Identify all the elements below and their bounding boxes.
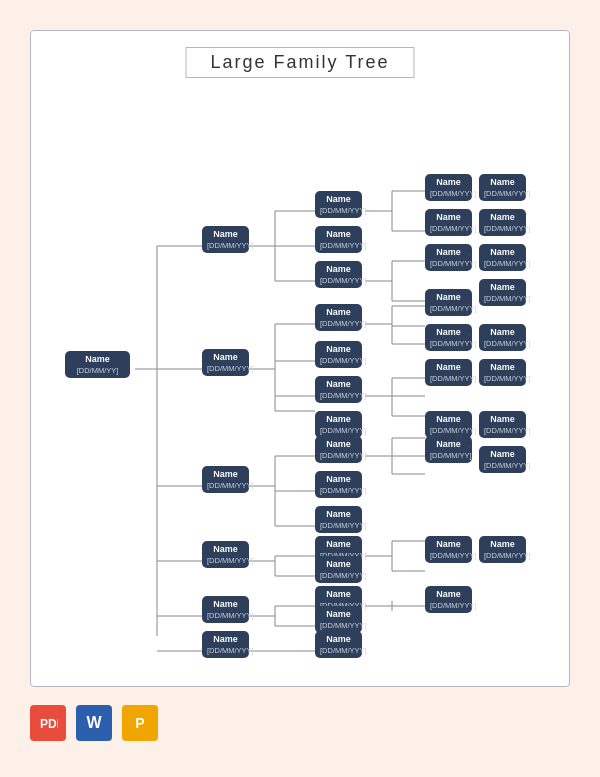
node-l3-16: Name [DD/MM/YYY] <box>479 446 526 473</box>
node-l3-19: Name [DD/MM/YYY] <box>425 586 472 613</box>
node-l3-9: Name [DD/MM/YYY] <box>425 324 472 351</box>
word-icon-label: W <box>86 714 101 732</box>
node-l3-4: Name [DD/MM/YYY] <box>479 174 526 201</box>
node-l3-7: Name [DD/MM/YYY] <box>479 244 526 271</box>
node-l3-6: Name [DD/MM/YYY] <box>425 289 472 316</box>
node-l1-5: Name [DD/MM/YYY] <box>202 596 249 623</box>
node-l3-12: Name [DD/MM/YYY] <box>479 359 526 386</box>
node-l2-12: Name [DD/MM/YYY] <box>315 556 362 583</box>
page-title: Large Family Tree <box>185 47 414 78</box>
node-l1-6: Name [DD/MM/YYY] <box>202 631 249 658</box>
node-l2-9: Name [DD/MM/YYY] <box>315 471 362 498</box>
node-l3-3: Name [DD/MM/YYY] <box>425 244 472 271</box>
node-l2-2: Name [DD/MM/YYY] <box>315 226 362 253</box>
node-l3-8: Name [DD/MM/YYY] <box>479 279 526 306</box>
svg-text:PDF: PDF <box>40 717 58 731</box>
node-l1-1: Name [DD/MM/YYY] <box>202 226 249 253</box>
node-l1-4: Name [DD/MM/YYY] <box>202 541 249 568</box>
pages-icon[interactable]: P <box>122 705 158 741</box>
pdf-icon[interactable]: PDF <box>30 705 66 741</box>
node-l2-5: Name [DD/MM/YYY] <box>315 341 362 368</box>
node-l2-15: Name [DD/MM/YYY] <box>315 631 362 658</box>
node-l2-7: Name [DD/MM/YYY] <box>315 411 362 438</box>
node-l2-6: Name [DD/MM/YYY] <box>315 376 362 403</box>
node-l2-4: Name [DD/MM/YYY] <box>315 304 362 331</box>
node-l3-13: Name [DD/MM/YYY] <box>425 411 472 438</box>
node-l2-8: Name [DD/MM/YYY] <box>315 436 362 463</box>
node-root: Name [DD/MM/YY] <box>65 351 130 378</box>
node-l3-10: Name [DD/MM/YYY] <box>425 359 472 386</box>
word-icon[interactable]: W <box>76 705 112 741</box>
node-l3-15: Name [DD/MM/YYY] <box>479 411 526 438</box>
node-l3-11: Name [DD/MM/YYY] <box>479 324 526 351</box>
node-l3-17: Name [DD/MM/YYY] <box>425 536 472 563</box>
node-l3-5: Name [DD/MM/YYY] <box>479 209 526 236</box>
node-l3-14: Name [DD/MM/YY] <box>425 436 472 463</box>
node-l1-3: Name [DD/MM/YYY] <box>202 466 249 493</box>
node-l2-1: Name [DD/MM/YYY] <box>315 191 362 218</box>
tree-container: Name [DD/MM/YY] Name [DD/MM/YYY] Name [D… <box>47 96 553 666</box>
node-l2-14: Name [DD/MM/YYY] <box>315 606 362 633</box>
node-l3-2: Name [DD/MM/YYY] <box>425 209 472 236</box>
node-l3-18: Name [DD/MM/YYY] <box>479 536 526 563</box>
node-l3-1: Name [DD/MM/YYY] <box>425 174 472 201</box>
family-tree-document: Large Family Tree <box>30 30 570 687</box>
pages-icon-label: P <box>135 715 144 731</box>
tree-lines <box>47 96 553 666</box>
node-l2-3: Name [DD/MM/YYY] <box>315 261 362 288</box>
node-l1-2: Name [DD/MM/YYY] <box>202 349 249 376</box>
footer-icons: PDF W P <box>30 705 158 741</box>
node-l2-10: Name [DD/MM/YYY] <box>315 506 362 533</box>
